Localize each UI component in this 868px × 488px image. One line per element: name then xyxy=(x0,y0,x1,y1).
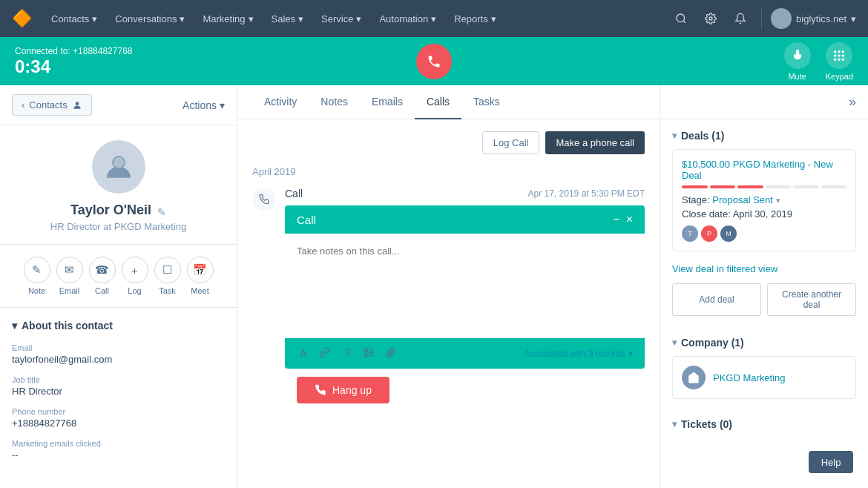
hang-up-label: Hang up xyxy=(332,384,372,396)
deals-chevron-icon: ▾ xyxy=(672,131,677,141)
actions-chevron-icon xyxy=(220,99,225,111)
notifications-button[interactable] xyxy=(729,7,752,30)
mute-label: Mute xyxy=(788,72,806,81)
tab-activity[interactable]: Activity xyxy=(252,85,309,119)
about-section-toggle[interactable]: ▾ About this contact xyxy=(12,320,225,332)
svg-rect-14 xyxy=(842,58,844,60)
log-label: Log xyxy=(128,286,141,295)
user-avatar xyxy=(771,8,792,29)
log-action-button[interactable]: + Log xyxy=(122,257,148,295)
stage-bar-2 xyxy=(710,185,736,188)
email-field-value: taylorfoneil@gmail.com xyxy=(12,354,225,365)
call-timeline-content: Call Apr 17, 2019 at 5:30 PM EDT Call − … xyxy=(285,188,645,411)
minimize-call-button[interactable]: − xyxy=(613,213,619,226)
close-call-button[interactable]: × xyxy=(626,213,633,226)
job-title-value: HR Director xyxy=(12,386,225,397)
about-chevron-icon: ▾ xyxy=(12,320,17,332)
note-action-button[interactable]: ✎ Note xyxy=(24,257,50,295)
nav-service[interactable]: Service xyxy=(314,9,369,29)
actions-label: Actions xyxy=(183,99,217,111)
email-field-label: Email xyxy=(12,343,225,352)
nav-reports[interactable]: Reports xyxy=(447,9,504,29)
company-section-header[interactable]: ▾ Company (1) xyxy=(660,326,868,356)
tab-tasks[interactable]: Tasks xyxy=(461,85,512,119)
back-to-contacts-button[interactable]: Contacts xyxy=(12,94,92,116)
keypad-icon xyxy=(826,42,852,69)
image-tool[interactable] xyxy=(361,344,377,363)
contact-quick-actions: ✎ Note ✉ Email ☎ Call + Log ☐ Task 📅 Mee… xyxy=(0,245,237,308)
email-action-button[interactable]: ✉ Email xyxy=(56,257,83,295)
settings-button[interactable] xyxy=(699,7,723,30)
link-tool[interactable] xyxy=(316,344,332,363)
back-label: Contacts xyxy=(29,99,67,111)
user-menu[interactable]: biglytics.net xyxy=(771,8,856,29)
call-notes-input[interactable] xyxy=(297,245,633,320)
keypad-label: Keypad xyxy=(826,72,853,81)
call-action-button[interactable]: ☎ Call xyxy=(89,257,116,295)
call-timeline-icon xyxy=(252,188,276,211)
expand-sidebar-button[interactable]: » xyxy=(849,94,856,110)
task-action-button[interactable]: ☐ Task xyxy=(154,257,181,295)
make-phone-call-button[interactable]: Make a phone call xyxy=(545,131,645,154)
logo: 🔶 xyxy=(12,9,32,28)
nav-contacts[interactable]: Contacts xyxy=(44,9,105,29)
tab-content: Log Call Make a phone call April 2019 Ca… xyxy=(237,119,660,488)
call-icon: ☎ xyxy=(89,257,116,283)
attachment-tool[interactable] xyxy=(383,344,399,363)
marketing-label: Marketing emails clicked xyxy=(12,439,225,448)
view-deal-link[interactable]: View deal in filtered view xyxy=(672,263,777,274)
list-tool[interactable] xyxy=(338,344,355,363)
stage-bar-6 xyxy=(821,185,847,188)
right-sidebar: » ▾ Deals (1) $10,500.00 PKGD Marketing … xyxy=(660,85,868,488)
tickets-section-header[interactable]: ▾ Tickets (0) xyxy=(660,408,868,438)
chevron-down-icon xyxy=(249,13,254,24)
hang-up-button[interactable]: Hang up xyxy=(297,377,389,403)
log-call-button[interactable]: Log Call xyxy=(482,131,540,154)
contact-name: Taylor O'Neil xyxy=(70,202,151,218)
meet-action-button[interactable]: 📅 Meet xyxy=(187,257,214,295)
deal-buttons: Add deal Create another deal xyxy=(660,283,868,326)
actions-menu-button[interactable]: Actions xyxy=(183,99,225,111)
call-editor-toolbar: A xyxy=(285,337,645,369)
stage-bar-3 xyxy=(737,185,763,188)
tab-calls[interactable]: Calls xyxy=(415,85,461,119)
keypad-button[interactable]: Keypad xyxy=(826,42,853,81)
nav-automation[interactable]: Automation xyxy=(372,9,444,29)
contact-profile: Taylor O'Neil ✎ HR Director at PKGD Mark… xyxy=(0,125,237,245)
deals-section-header[interactable]: ▾ Deals (1) xyxy=(660,119,868,149)
deal-stage-value[interactable]: Proposal Sent xyxy=(712,194,773,205)
associated-records-link[interactable]: Associated with 3 records xyxy=(524,349,633,359)
company-title: ▾ Company (1) xyxy=(672,337,744,349)
deal-name[interactable]: $10,500.00 PKGD Marketing - New Deal xyxy=(682,159,846,181)
mute-button[interactable]: Mute xyxy=(784,42,811,81)
end-call-button[interactable] xyxy=(416,44,452,79)
tab-emails[interactable]: Emails xyxy=(360,85,415,119)
svg-rect-11 xyxy=(842,54,844,56)
help-button[interactable]: Help xyxy=(809,451,853,473)
call-timeline-title: Call xyxy=(285,188,303,200)
chevron-down-icon xyxy=(356,13,361,24)
svg-point-17 xyxy=(113,157,124,168)
svg-line-1 xyxy=(683,21,685,23)
add-deal-button[interactable]: Add deal xyxy=(672,283,761,316)
search-button[interactable] xyxy=(669,7,693,30)
chevron-down-icon xyxy=(92,13,97,24)
svg-point-0 xyxy=(677,14,685,22)
tab-notes[interactable]: Notes xyxy=(309,85,360,119)
edit-contact-button[interactable]: ✎ xyxy=(157,206,166,218)
mute-icon xyxy=(784,42,811,69)
nav-conversations[interactable]: Conversations xyxy=(108,9,192,29)
user-chevron-icon xyxy=(851,13,856,24)
company-name[interactable]: PKGD Marketing xyxy=(713,372,786,383)
nav-sales[interactable]: Sales xyxy=(264,9,312,29)
deal-close-field: Close date: April 30, 2019 xyxy=(682,208,846,220)
text-format-tool[interactable]: A xyxy=(297,344,310,363)
nav-marketing[interactable]: Marketing xyxy=(195,9,260,29)
task-icon: ☐ xyxy=(154,257,181,283)
tickets-chevron-icon: ▾ xyxy=(672,419,677,429)
email-field: Email taylorfoneil@gmail.com xyxy=(12,343,225,365)
create-another-deal-button[interactable]: Create another deal xyxy=(767,283,856,316)
job-title-field: Job title HR Director xyxy=(12,375,225,397)
deal-avatar-2: P xyxy=(701,225,717,242)
editor-tools: A xyxy=(297,344,399,363)
